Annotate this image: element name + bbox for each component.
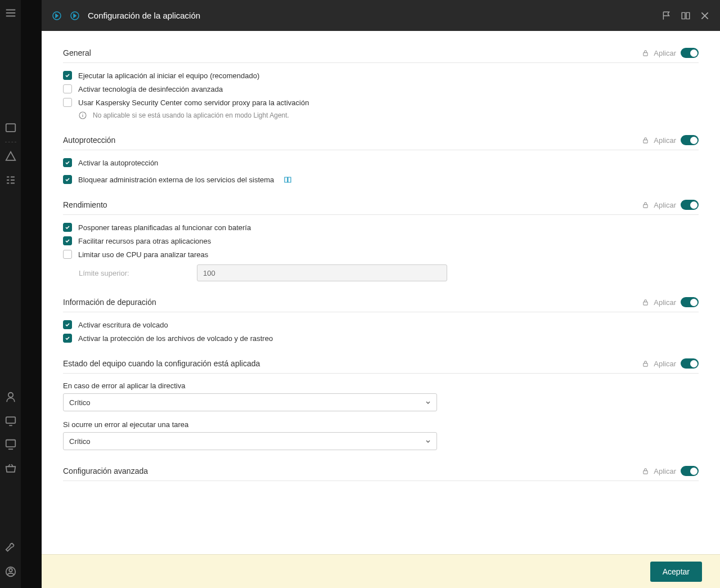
section-performance-title: Rendimiento [63,200,642,209]
toggle-debug[interactable] [681,297,699,307]
lock-icon [642,468,649,475]
rail-dashboard-icon[interactable] [4,122,17,134]
svg-point-5 [9,569,12,572]
policy-error-label: En caso de error al aplicar la directiva [63,381,699,390]
checkbox-disinfection[interactable] [63,84,72,93]
book-header-icon[interactable] [681,11,691,21]
header: Configuración de la aplicación [42,0,720,31]
checkbox-selfprotect[interactable] [63,158,72,167]
svg-rect-2 [6,417,15,423]
svg-rect-12 [644,302,647,305]
rail-warning-icon[interactable] [4,150,17,163]
info-icon [79,111,87,119]
lock-icon [642,50,649,57]
info-text: No aplicable si se está usando la aplica… [93,111,289,119]
rail-tree-icon[interactable] [4,174,17,186]
rail-wrench-icon[interactable] [4,542,17,554]
flag-icon[interactable] [662,11,672,21]
limit-input[interactable] [197,264,447,281]
svg-rect-14 [644,470,647,474]
close-icon[interactable] [700,11,710,21]
checkbox-postpone-battery[interactable] [63,223,72,232]
checkbox-block-external[interactable] [63,175,72,184]
apply-label: Aplicar [654,49,676,57]
apply-label: Aplicar [654,201,676,209]
rail-devices-icon[interactable] [4,415,17,427]
policy-error-select[interactable]: Crítico [63,393,437,411]
accept-button[interactable]: Aceptar [650,562,702,582]
policy-error-value: Crítico [69,398,91,407]
section-status-title: Estado del equipo cuando la configuració… [63,359,642,368]
svg-rect-11 [644,204,647,208]
help-book-icon[interactable] [284,176,292,184]
checkbox-postpone-battery-label: Posponer tareas planificadas al funciona… [78,223,251,232]
checkbox-disinfection-label: Activar tecnología de desinfección avanz… [78,85,223,93]
section-debug-title: Información de depuración [63,298,642,307]
checkbox-proxy-label: Usar Kaspersky Security Center como serv… [78,98,309,107]
menu-icon[interactable] [4,7,17,19]
rail-basket-icon[interactable] [4,462,17,474]
apply-label: Aplicar [654,298,676,307]
rail-user-icon[interactable] [4,391,17,403]
apply-label: Aplicar [654,360,676,368]
back-arrow-icon[interactable] [70,11,80,21]
page-title: Configuración de la aplicación [88,11,654,20]
checkbox-limit-cpu-label: Limitar uso de CPU para analizar tareas [78,250,208,259]
lock-icon [642,201,649,209]
svg-rect-8 [644,52,647,56]
svg-rect-0 [6,124,15,132]
checkbox-block-external-label: Bloquear administración externa de los s… [78,176,274,184]
toggle-status[interactable] [681,358,699,369]
svg-rect-10 [644,140,647,143]
checkbox-share-resources[interactable] [63,236,72,245]
checkbox-selfprotect-label: Activar la autoprotección [78,159,158,167]
apply-label: Aplicar [654,136,676,145]
checkbox-startup-label: Ejecutar la aplicación al iniciar el equ… [78,71,259,80]
task-error-label: Si ocurre un error al ejecutar una tarea [63,420,699,429]
apply-label: Aplicar [654,467,676,475]
toggle-advanced[interactable] [681,466,699,476]
rail-account-icon[interactable] [4,565,17,578]
checkbox-limit-cpu[interactable] [63,250,72,259]
content-area: General Aplicar Ejecutar la aplicación a… [42,31,720,554]
limit-label: Límite superior: [79,269,186,277]
checkbox-share-resources-label: Facilitar recursos para otras aplicacion… [78,237,211,245]
rail-monitor-icon[interactable] [4,438,17,451]
sidebar-rail [0,0,21,588]
toggle-autoprotection[interactable] [681,135,699,145]
checkbox-dump-protect-label: Activar la protección de los archivos de… [78,334,273,343]
task-error-select[interactable]: Crítico [63,432,437,450]
checkbox-startup[interactable] [63,71,72,80]
toggle-performance[interactable] [681,200,699,210]
svg-rect-3 [6,440,15,447]
svg-point-1 [8,393,12,397]
toggle-general[interactable] [681,48,699,58]
checkbox-dump-write-label: Activar escritura de volcado [78,321,168,329]
task-error-value: Crítico [69,437,91,446]
checkbox-proxy[interactable] [63,98,72,107]
section-advanced-title: Configuración avanzada [63,466,642,475]
section-autoprotection-title: Autoprotección [63,136,642,145]
section-general-title: General [63,48,642,57]
svg-rect-13 [644,363,647,366]
checkbox-dump-protect[interactable] [63,334,72,343]
app-circle-icon [52,11,62,21]
lock-icon [642,360,649,367]
footer: Aceptar [42,554,720,588]
lock-icon [642,299,649,306]
lock-icon [642,137,649,144]
dim-overlay [21,0,42,588]
checkbox-dump-write[interactable] [63,320,72,329]
